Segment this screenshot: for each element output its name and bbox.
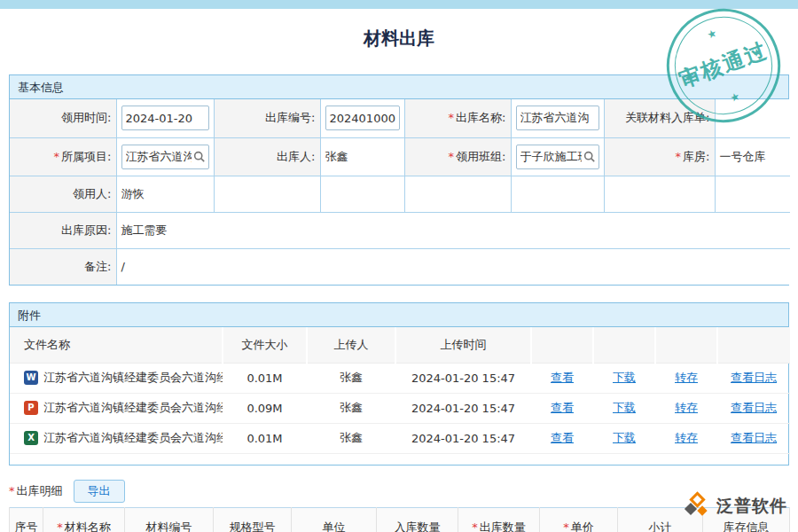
transfer-link[interactable]: 转存 xyxy=(675,401,698,414)
word-file-icon: W xyxy=(24,371,38,385)
project-label-cell: *所属项目: xyxy=(10,137,116,176)
col-action xyxy=(717,327,790,363)
transfer-link[interactable]: 转存 xyxy=(675,371,698,384)
page-title: 材料出库 xyxy=(0,27,798,50)
field-label: 领用人: xyxy=(73,187,111,200)
col-action xyxy=(655,327,717,363)
detail-header-row: 序号 *材料名称 材料编号 规格型号 单位 入库数量 *出库数量 *单价 小计 … xyxy=(10,507,790,532)
field-label: 出库人: xyxy=(277,150,315,163)
empty-cell xyxy=(511,176,604,212)
requisition-person-cell: 游恢 xyxy=(116,176,214,212)
col-seq: 序号 xyxy=(10,507,43,532)
attachments-section: 附件 文件名称 文件大小 上传人 上传时间 xyxy=(9,302,789,466)
view-link[interactable]: 查看 xyxy=(551,371,574,384)
view-log-link[interactable]: 查看日志 xyxy=(731,431,777,444)
transfer-link[interactable]: 转存 xyxy=(675,431,698,444)
col-unit-price: *单价 xyxy=(540,507,618,532)
col-material-name: *材料名称 xyxy=(43,507,125,532)
basic-info-form: 领用时间: 2024-01-20 出库编号: 2024010007 *出库名称:… xyxy=(10,99,790,285)
empty-cell xyxy=(320,176,404,212)
required-mark: * xyxy=(563,520,569,532)
empty-cell xyxy=(404,176,511,212)
required-mark: * xyxy=(54,150,60,163)
file-uploader: 张鑫 xyxy=(307,363,395,393)
related-inbound-label-cell: 关联材料入库单: xyxy=(604,99,715,137)
field-label: 所属项目: xyxy=(61,150,111,163)
outbound-name-cell: 江苏省六道沟 xyxy=(511,99,604,137)
team-input[interactable]: 于子欣施工班 xyxy=(516,145,599,169)
remark-cell: / xyxy=(116,248,790,285)
empty-cell xyxy=(214,176,320,212)
basic-info-section: 基本信息 领用时间: 2024-01-20 出库编号: 2024010007 *… xyxy=(9,74,789,286)
attachments-header: 附件 xyxy=(10,303,788,327)
team-cell: 于子欣施工班 xyxy=(511,137,604,176)
outbound-name-value: 江苏省六道沟 xyxy=(520,110,595,126)
view-log-link[interactable]: 查看日志 xyxy=(731,371,777,384)
required-mark: * xyxy=(9,484,15,497)
view-link[interactable]: 查看 xyxy=(551,431,574,444)
field-label: 领用班组: xyxy=(456,150,505,163)
outbound-person-cell: 张鑫 xyxy=(320,137,404,176)
download-link[interactable]: 下载 xyxy=(613,401,636,414)
excel-file-icon: X xyxy=(24,431,38,445)
search-icon[interactable] xyxy=(583,151,595,162)
ppt-file-icon: P xyxy=(24,401,38,415)
file-size: 0.01M xyxy=(223,423,307,453)
required-mark: * xyxy=(449,111,455,124)
attachments-header-row: 文件名称 文件大小 上传人 上传时间 xyxy=(10,327,790,363)
file-name: 江苏省六道沟镇经建委员会六道沟经 xyxy=(43,400,223,416)
issue-time-cell: 2024-01-20 xyxy=(116,99,214,137)
fanpu-logo-text: 泛普软件 xyxy=(716,495,787,518)
table-row: X江苏省六道沟镇经建委员会六道沟经 0.01M 张鑫 2024-01-20 15… xyxy=(10,423,790,453)
file-uploader: 张鑫 xyxy=(307,393,395,423)
empty-cell xyxy=(604,176,715,212)
file-size: 0.09M xyxy=(223,393,307,423)
col-inbound-qty: 入库数量 xyxy=(377,507,458,532)
download-link[interactable]: 下载 xyxy=(613,371,636,384)
related-inbound-cell xyxy=(715,99,790,137)
remark-label-cell: 备注: xyxy=(10,248,116,285)
reason-label-cell: 出库原因: xyxy=(10,212,116,248)
project-input[interactable]: 江苏省六道沟 xyxy=(121,145,209,169)
detail-section-header: *出库明细 导出 xyxy=(9,478,789,505)
issue-time-input[interactable]: 2024-01-20 xyxy=(121,106,209,130)
col-spec-model: 规格型号 xyxy=(214,507,292,532)
fanpu-logo-icon xyxy=(684,493,710,520)
field-label: 出库原因: xyxy=(61,223,111,237)
col-action xyxy=(531,327,593,363)
field-label: 关联材料入库单: xyxy=(625,111,709,124)
empty-cell xyxy=(715,176,790,212)
download-link[interactable]: 下载 xyxy=(613,431,636,444)
view-link[interactable]: 查看 xyxy=(551,401,574,414)
view-log-link[interactable]: 查看日志 xyxy=(731,401,777,414)
col-action xyxy=(593,327,655,363)
outbound-no-cell: 2024010007 xyxy=(320,99,404,137)
basic-info-header: 基本信息 xyxy=(10,75,788,99)
outbound-name-input[interactable]: 江苏省六道沟 xyxy=(516,106,599,130)
outbound-no-label-cell: 出库编号: xyxy=(214,99,320,137)
outbound-person-label-cell: 出库人: xyxy=(214,137,320,176)
detail-table: 序号 *材料名称 材料编号 规格型号 单位 入库数量 *出库数量 *单价 小计 … xyxy=(9,507,790,532)
project-value: 江苏省六道沟 xyxy=(126,149,192,165)
file-upload-time: 2024-01-20 15:47 xyxy=(395,423,531,453)
export-button[interactable]: 导出 xyxy=(74,480,125,503)
team-label-cell: *领用班组: xyxy=(404,137,511,176)
field-label: 备注: xyxy=(84,260,111,273)
field-label: 库房: xyxy=(683,150,709,163)
field-label: 出库编号: xyxy=(265,111,315,124)
issue-time-value: 2024-01-20 xyxy=(126,112,205,125)
team-value: 于子欣施工班 xyxy=(520,149,582,165)
outbound-no-value: 2024010007 xyxy=(330,112,395,125)
reason-cell: 施工需要 xyxy=(116,212,790,248)
col-upload-time: 上传时间 xyxy=(395,327,531,363)
issue-time-label-cell: 领用时间: xyxy=(10,99,116,137)
col-material-no: 材料编号 xyxy=(125,507,214,532)
file-name: 江苏省六道沟镇经建委员会六道沟经 xyxy=(43,370,223,386)
top-bar xyxy=(0,0,798,9)
col-unit: 单位 xyxy=(292,507,377,532)
outbound-no-input[interactable]: 2024010007 xyxy=(325,106,400,130)
warehouse-label-cell: *库房: xyxy=(604,137,715,176)
detail-section-title: *出库明细 xyxy=(9,483,63,499)
search-icon[interactable] xyxy=(193,151,205,162)
required-mark: * xyxy=(57,520,63,532)
